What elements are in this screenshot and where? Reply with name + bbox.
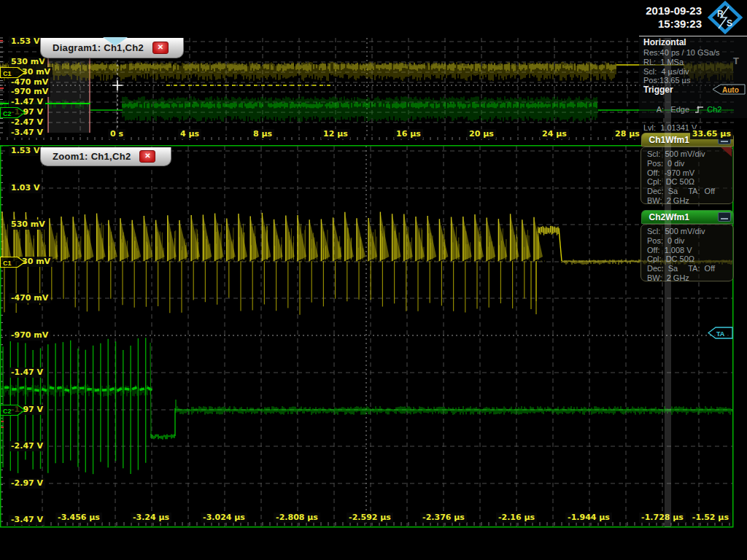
- logo-letter-r: R: [717, 9, 724, 19]
- diagram1-x-axis-label: 0 s: [108, 129, 125, 139]
- diagram1-x-axis-label: 8 µs: [251, 129, 274, 139]
- zoom1-x-axis-label: -2.376 µs: [420, 513, 467, 523]
- time-text: 15:39:23: [646, 18, 702, 31]
- ch2-decimation-row: Dec: SaTA: Off: [647, 264, 733, 273]
- zoom1-x-axis-label: -3.024 µs: [201, 513, 247, 523]
- diagram1-y-axis-label: 530 mV: [9, 57, 47, 67]
- svg-text:C1: C1: [3, 260, 12, 267]
- diagram1-x-axis-label: 20 µs: [467, 129, 496, 139]
- diagram1-y-axis-label: -1.47 V: [9, 97, 45, 107]
- diagram1-title: Diagram1: Ch1,Ch2: [53, 42, 144, 53]
- ch1wfm1-panel: Ch1Wfm1 Scl: 500 mV/div Pos: 0 div Off: …: [640, 133, 734, 204]
- ch1-scale-row: Scl: 500 mV/div: [647, 149, 733, 159]
- trigger-source: Ch2: [707, 105, 721, 114]
- zoom1-tab[interactable]: Zoom1: Ch1,Ch2 ✕: [40, 147, 171, 166]
- oscilloscope-screen: 2019-09-23 15:39:23 R S Diagram1: Ch1,Ch…: [0, 0, 747, 560]
- diagram1-close-icon[interactable]: ✕: [152, 42, 169, 54]
- zoom1-y-axis-label: -2.97 V: [9, 478, 45, 489]
- ch1-bandwidth-row: BW: 2 GHz: [647, 196, 733, 206]
- svg-text:TA: TA: [716, 330, 725, 338]
- ch1-marker-zoom1[interactable]: C1: [0, 257, 26, 268]
- ch1-offset-row: Off: -970 mV: [647, 168, 733, 178]
- horizontal-panel: Horizontal Res:40 ps / 10 GSa/s RL: 1 MS…: [639, 36, 747, 83]
- diagram1-collapse-arrow-icon[interactable]: [103, 37, 128, 46]
- ch2wfm1-body: Scl: 500 mV/div Pos: 0 div Off: 1.008 V …: [640, 224, 734, 281]
- zoom1-x-axis-label: -1.944 µs: [565, 513, 612, 523]
- ch2-marker-diagram1[interactable]: C2: [0, 107, 26, 118]
- diagram1-y-axis-label: -3.47 V: [9, 128, 45, 138]
- zoom1-x-end-label: -1.52 µs: [690, 513, 731, 523]
- ch1-coupling-row: Cpl: DC 50Ω: [647, 177, 733, 187]
- svg-text:C1: C1: [3, 70, 12, 77]
- zoom1-close-icon[interactable]: ✕: [139, 150, 155, 163]
- zoom1-active-border: [1, 146, 733, 527]
- svg-text:C2: C2: [3, 110, 12, 117]
- ch2-coupling-row: Cpl: DC 50Ω: [647, 254, 733, 264]
- horizontal-panel-header[interactable]: Horizontal: [639, 36, 747, 48]
- ch2wfm1-panel-header[interactable]: Ch2Wfm1: [641, 210, 734, 224]
- ch1wfm1-body: Scl: 500 mV/div Pos: 0 div Off: -970 mV …: [640, 147, 734, 204]
- waveform-layer: [0, 0, 747, 560]
- zoom1-y-axis-label: -970 mV: [9, 330, 50, 341]
- ch1-decimation-row: Dec: SaTA: Off: [647, 187, 733, 196]
- zoom1-y-axis-label: 1.53 V: [9, 146, 42, 156]
- zoom1-x-axis-label: -3.24 µs: [131, 513, 171, 523]
- zoom1-title: Zoom1: Ch1,Ch2: [53, 151, 131, 162]
- trigger-a-label: A:: [657, 105, 664, 114]
- ch1-trace-zoom1: [1, 211, 733, 314]
- trigger-source-row: A: Edge Ch2: [639, 96, 747, 123]
- diagram1-y-axis-label: -470 mV: [9, 77, 50, 88]
- zoom1-x-axis-label: -2.808 µs: [274, 513, 320, 523]
- rs-logo: R S: [708, 1, 743, 34]
- trigger-type: Edge: [670, 105, 689, 114]
- horizontal-scl-row: Scl: 4 µs/div: [639, 67, 747, 77]
- ch2-trace-zoom1: [0, 338, 733, 474]
- svg-text:Auto: Auto: [722, 86, 739, 94]
- zoom1-x-axis-label: -2.592 µs: [347, 513, 393, 523]
- zoom1-y-axis-label: -2.47 V: [9, 441, 45, 451]
- trigger-panel: Trigger Auto A: Edge Ch2 Lvl: 1.01341 V: [639, 83, 747, 118]
- svg-text:C2: C2: [3, 408, 12, 415]
- diagram1-y-axis-label: -2.47 V: [9, 117, 45, 128]
- zoom1-y-axis-label: -470 mV: [9, 293, 50, 303]
- diagram1-x-axis-label: 24 µs: [540, 129, 569, 139]
- trigger-auto-badge: Auto: [712, 84, 746, 95]
- logo-letter-s: S: [727, 18, 732, 28]
- trigger-level-marker-ta[interactable]: TA: [708, 327, 733, 339]
- diagram1-x-axis-label: 4 µs: [178, 129, 201, 139]
- zoom1-x-axis-label: -3.456 µs: [55, 513, 102, 523]
- scroll-indicator[interactable]: [665, 38, 671, 527]
- zoom1-y-axis-label: -3.47 V: [9, 515, 45, 525]
- diagram1-x-axis-label: 16 µs: [394, 129, 423, 139]
- date-text: 2019-09-23: [646, 4, 702, 18]
- diagram1-x-axis-label: 28 µs: [613, 129, 642, 139]
- ch2wfm1-minimize-icon[interactable]: [718, 212, 731, 222]
- ch1-marker-diagram1[interactable]: C1: [0, 67, 26, 78]
- ch1-trace-diagram1: [0, 62, 732, 85]
- diagram1-x-axis-label: 12 µs: [321, 129, 350, 139]
- zoom1-x-axis-label: -2.16 µs: [496, 513, 537, 523]
- ch2-scale-row: Scl: 500 mV/div: [647, 227, 733, 236]
- horizontal-rl-row: RL: 1 MSa: [639, 58, 747, 67]
- diagram1-y-axis-label: -970 mV: [9, 87, 50, 97]
- diagram1-y-axis-label: 1.53 V: [9, 36, 42, 47]
- zoom1-x-axis-label: -1.728 µs: [639, 513, 686, 523]
- ch1-position-row: Pos: 0 div: [647, 159, 733, 168]
- edge-slope-icon: [694, 105, 705, 114]
- diagram1-x-end-label: 33.65 µs: [690, 129, 733, 139]
- ch2-marker-zoom1[interactable]: C2: [0, 405, 26, 416]
- zoom1-y-axis-label: 530 mV: [9, 219, 47, 230]
- datetime-display: 2019-09-23 15:39:23: [646, 4, 702, 31]
- ch2-position-row: Pos: 0 div: [647, 236, 733, 246]
- horizontal-res-row: Res:40 ps / 10 GSa/s: [639, 48, 747, 58]
- zoom1-grid: [0, 146, 732, 526]
- zoom1-y-axis-label: -1.47 V: [9, 368, 45, 378]
- trigger-panel-header[interactable]: Trigger Auto: [639, 83, 747, 96]
- ch2-bandwidth-row: BW: 2 GHz: [647, 273, 733, 283]
- ch2-offset-row: Off: 1.008 V: [647, 246, 733, 255]
- zoom1-y-axis-label: 1.03 V: [9, 183, 42, 193]
- ch2wfm1-panel: Ch2Wfm1 Scl: 500 mV/div Pos: 0 div Off: …: [640, 210, 734, 281]
